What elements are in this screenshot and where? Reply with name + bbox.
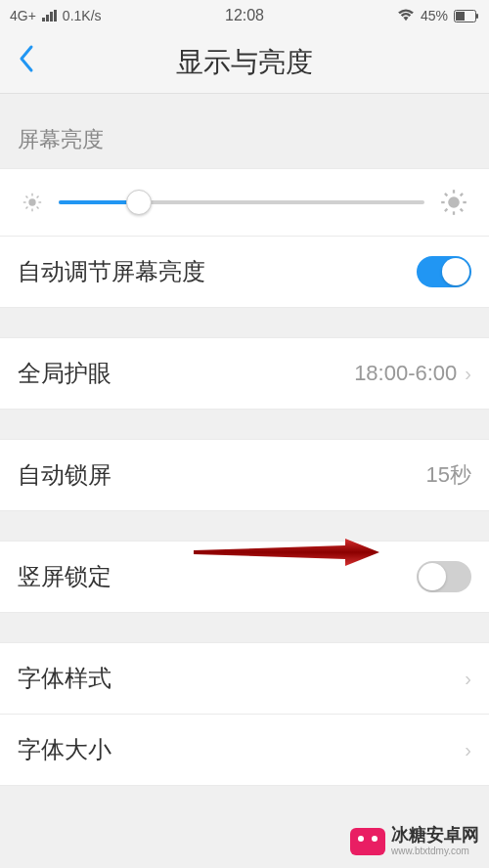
svg-line-9 bbox=[37, 207, 39, 209]
wifi-icon bbox=[397, 9, 415, 22]
portrait-lock-row[interactable]: 竖屏锁定 bbox=[0, 541, 489, 613]
status-time: 12:08 bbox=[225, 7, 264, 24]
auto-lock-row[interactable]: 自动锁屏 15秒 bbox=[0, 439, 489, 511]
watermark-logo-icon bbox=[350, 828, 385, 855]
svg-rect-1 bbox=[456, 12, 465, 21]
font-group: 字体样式 › 字体大小 › bbox=[0, 642, 489, 786]
battery-icon bbox=[454, 10, 479, 22]
slider-thumb[interactable] bbox=[126, 190, 152, 215]
toggle-knob bbox=[419, 563, 446, 590]
svg-line-10 bbox=[25, 207, 27, 209]
lock-group: 自动锁屏 15秒 bbox=[0, 439, 489, 511]
eye-care-row[interactable]: 全局护眼 18:00-6:00 › bbox=[0, 337, 489, 410]
auto-brightness-label: 自动调节屏幕亮度 bbox=[18, 256, 205, 287]
svg-rect-2 bbox=[476, 14, 478, 19]
eye-care-label: 全局护眼 bbox=[18, 358, 111, 389]
page-title: 显示与亮度 bbox=[0, 44, 489, 81]
brightness-section: 屏幕亮度 自动调节屏幕亮度 bbox=[0, 111, 489, 308]
portrait-lock-label: 竖屏锁定 bbox=[18, 561, 111, 592]
data-rate: 0.1K/s bbox=[63, 8, 102, 23]
watermark-text: 冰糖安卓网 www.btxtdmy.com bbox=[391, 826, 479, 856]
brightness-slider[interactable] bbox=[59, 200, 424, 204]
auto-lock-label: 自动锁屏 bbox=[18, 459, 111, 491]
svg-line-11 bbox=[37, 195, 39, 197]
portrait-lock-group: 竖屏锁定 bbox=[0, 541, 489, 613]
font-style-label: 字体样式 bbox=[18, 663, 111, 694]
eye-care-group: 全局护眼 18:00-6:00 › bbox=[0, 337, 489, 410]
svg-line-17 bbox=[445, 194, 447, 195]
status-bar: 4G+ 0.1K/s 12:08 45% bbox=[0, 0, 489, 31]
chevron-right-icon: › bbox=[465, 363, 471, 385]
chevron-right-icon: › bbox=[465, 739, 471, 761]
network-type: 4G+ bbox=[10, 8, 36, 23]
status-right: 45% bbox=[397, 8, 479, 23]
eye-care-time: 18:00-6:00 bbox=[354, 361, 457, 386]
eye-care-value: 18:00-6:00 › bbox=[354, 361, 471, 386]
font-style-row[interactable]: 字体样式 › bbox=[0, 642, 489, 715]
watermark: 冰糖安卓网 www.btxtdmy.com bbox=[350, 826, 479, 856]
chevron-left-icon bbox=[18, 44, 35, 73]
watermark-sub: www.btxtdmy.com bbox=[391, 846, 479, 856]
svg-line-20 bbox=[461, 194, 463, 195]
svg-point-3 bbox=[28, 198, 35, 205]
header: 显示与亮度 bbox=[0, 31, 489, 94]
font-size-row[interactable]: 字体大小 › bbox=[0, 715, 489, 786]
auto-lock-value: 15秒 bbox=[426, 460, 471, 490]
svg-line-18 bbox=[461, 209, 463, 211]
toggle-knob bbox=[442, 258, 469, 285]
chevron-right-icon: › bbox=[465, 668, 471, 690]
brightness-high-icon bbox=[440, 189, 467, 216]
font-size-label: 字体大小 bbox=[18, 734, 111, 765]
back-button[interactable] bbox=[18, 44, 35, 81]
svg-point-12 bbox=[448, 196, 460, 208]
battery-percent: 45% bbox=[421, 8, 448, 23]
signal-icon bbox=[42, 10, 57, 22]
svg-line-8 bbox=[25, 195, 27, 197]
auto-brightness-row[interactable]: 自动调节屏幕亮度 bbox=[0, 237, 489, 308]
svg-line-19 bbox=[445, 209, 447, 211]
auto-lock-time: 15秒 bbox=[426, 460, 471, 490]
portrait-lock-toggle[interactable] bbox=[417, 561, 471, 592]
status-left: 4G+ 0.1K/s bbox=[10, 8, 102, 23]
brightness-section-title: 屏幕亮度 bbox=[0, 111, 489, 168]
brightness-low-icon bbox=[22, 192, 43, 213]
brightness-slider-row bbox=[0, 168, 489, 237]
watermark-main: 冰糖安卓网 bbox=[391, 826, 479, 846]
auto-brightness-toggle[interactable] bbox=[417, 256, 471, 287]
